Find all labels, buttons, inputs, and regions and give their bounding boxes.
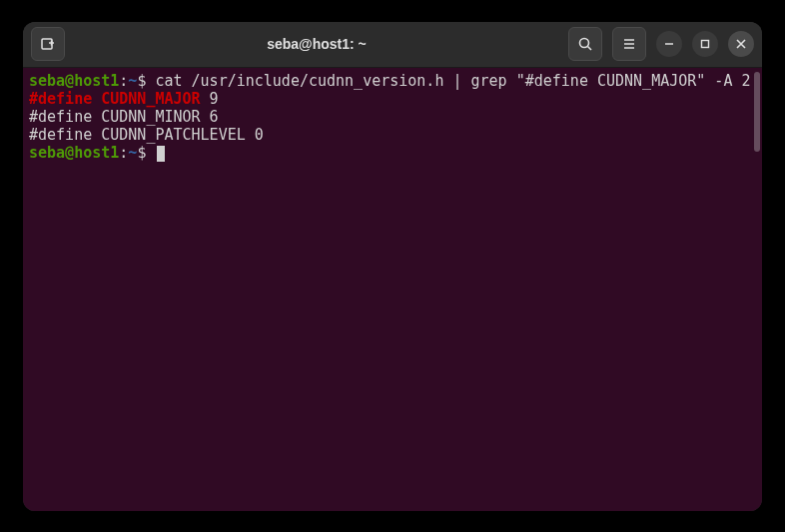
svg-point-1 [580,39,589,48]
terminal-body[interactable]: seba@host1:~$ cat /usr/include/cudnn_ver… [23,68,762,511]
terminal-line: seba@host1:~$ cat /usr/include/cudnn_ver… [29,72,756,90]
svg-rect-2 [702,41,709,48]
prompt-dollar: $ [137,72,155,90]
terminal-line: seba@host1:~$ [29,144,756,162]
prompt-colon: : [119,144,128,162]
new-tab-button[interactable] [31,27,65,61]
search-button[interactable] [568,27,602,61]
svg-rect-0 [42,39,52,49]
maximize-button[interactable] [692,31,718,57]
output-text: 9 [201,90,219,108]
terminal-line: #define CUDNN_MINOR 6 [29,108,756,126]
cursor [157,146,165,162]
menu-button[interactable] [612,27,646,61]
minimize-button[interactable] [656,31,682,57]
grep-match: #define CUDNN_MAJOR [29,90,201,108]
command-text: cat /usr/include/cudnn_version.h | grep … [155,72,750,90]
terminal-line: #define CUDNN_MAJOR 9 [29,90,756,108]
window-title: seba@host1: ~ [65,36,568,52]
close-button[interactable] [728,31,754,57]
titlebar: seba@host1: ~ [23,22,762,68]
titlebar-left [31,27,65,61]
titlebar-right [568,27,754,61]
scrollbar[interactable] [754,72,760,152]
prompt-user: seba@host1 [29,72,119,90]
prompt-dollar: $ [137,144,155,162]
terminal-window: seba@host1: ~ [23,22,762,511]
prompt-colon: : [119,72,128,90]
terminal-line: #define CUDNN_PATCHLEVEL 0 [29,126,756,144]
prompt-user: seba@host1 [29,144,119,162]
